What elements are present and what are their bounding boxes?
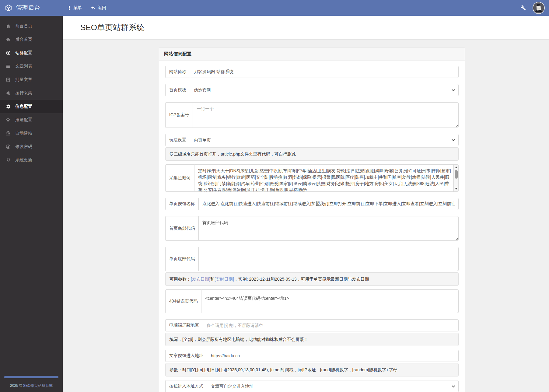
home-template-select[interactable]: 伪造官网 — [190, 84, 459, 96]
article-button-url-note: 参数：时间[Y],[m],[d],[H],[i],[s](2025,09,13,… — [165, 363, 459, 376]
field-label-home-footer-code: 首页底部代码 — [165, 216, 198, 241]
menu-toggle[interactable]: 菜单 — [67, 5, 82, 11]
scroll-down-icon[interactable] — [455, 188, 457, 190]
sidebar-item-change-password[interactable]: 修改密码 — [0, 140, 63, 153]
form-row-page-footer-code: 单页底部代码 可用参数：[发布日期]和[实时日期]，实例: 2023-12-11… — [165, 247, 459, 286]
sidebar-item-batch-articles[interactable]: 批量文章 — [0, 73, 63, 86]
form-row-pc-block-region: 电脑端屏蔽地区 填写：[全部]，则会屏蔽所有地区电脑端，此功能对蜘蛛和后台不会屏… — [165, 319, 459, 346]
field-label-play-mode: 玩法设置 — [165, 134, 190, 146]
user-avatar[interactable] — [533, 2, 545, 14]
error-404-textarea[interactable]: <center><h1>404错误页代码</center></h1> — [201, 289, 459, 313]
form-row-home-footer-code: 首页底部代码 首页底部代码 — [165, 216, 459, 241]
magnet-icon — [6, 158, 11, 163]
copyright: 2025 © SEO单页站群系统 — [0, 383, 63, 388]
button-url-mode-select[interactable]: 文章可自定义进入地址 — [207, 380, 459, 392]
pc-block-region-input[interactable] — [203, 319, 459, 331]
site-name-input[interactable] — [190, 66, 459, 78]
asterisk-icon — [6, 91, 11, 96]
play-mode-note: 泛二级域名只能首页打开，article.php文件夹里有代码，可自行删减 — [165, 147, 459, 161]
list-icon — [6, 64, 11, 69]
panel-title: 网站信息配置 — [164, 51, 191, 56]
book-icon — [6, 77, 11, 82]
scrollbar-thumb[interactable] — [455, 170, 458, 179]
site-info-panel: 网站信息配置 网站简称 首页模板 伪造官网 — [159, 47, 465, 392]
app-title: 管理后台 — [16, 4, 40, 12]
play-mode-select[interactable]: 内页单页 — [190, 134, 459, 146]
sidebar-scrollbar[interactable] — [4, 376, 58, 378]
wrench-icon[interactable] — [520, 5, 526, 11]
sidebar-item-system-update[interactable]: 系统更新 — [0, 153, 63, 167]
field-label-pc-block-region: 电脑端屏蔽地区 — [165, 319, 203, 331]
chrome-icon — [6, 51, 11, 55]
panel-header: 网站信息配置 — [159, 47, 465, 61]
home-icon — [6, 24, 11, 29]
block-words-textarea[interactable]: 定时炸弹|天天干|DNS|床垫|儿童|慈善|中职|机车|印刷|中学|酒店|卫生|… — [194, 164, 459, 192]
menu-icon — [67, 5, 71, 10]
form-row-site-name: 网站简称 — [165, 66, 459, 78]
page-footer-code-textarea[interactable] — [198, 247, 459, 271]
field-label-article-button-url: 文章按钮进入地址 — [165, 350, 207, 362]
textarea-scrollbar[interactable] — [453, 165, 458, 191]
form-row-home-template: 首页模板 伪造官网 — [165, 84, 459, 96]
form-row-error-404: 404错误页代码 <center><h1>404错误页代码</center></… — [165, 289, 459, 313]
sidebar-item-sitegroup-config[interactable]: 站群配置 — [0, 46, 63, 60]
sidebar: 前台首页 后台首页 站群配置 文章列表 批量文章 按行采集 信息配置 推送配置 — [0, 16, 63, 392]
field-label-button-names: 单页按钮名称 — [165, 198, 198, 210]
form-row-play-mode: 玩法设置 内页单页 泛二级域名只能首页打开，article.php文件夹里有代码… — [165, 134, 459, 161]
realtime-date-param-link[interactable]: [实时日期] — [215, 277, 234, 282]
field-label-site-name: 网站简称 — [165, 66, 190, 78]
gear-icon — [6, 104, 11, 109]
back-button[interactable]: 返回 — [90, 5, 106, 11]
page-header: SEO单页站群系统 — [63, 16, 549, 40]
paw-icon — [6, 117, 11, 122]
sidebar-item-push-config[interactable]: 推送配置 — [0, 113, 63, 127]
footer-brand-link[interactable]: SEO单页站群系统 — [23, 383, 52, 388]
brand[interactable]: 管理后台 — [0, 4, 63, 12]
form-row-block-words: 采集拦截词 定时炸弹|天天干|DNS|床垫|儿童|慈善|中职|机车|印刷|中学|… — [165, 164, 459, 192]
sidebar-item-front-home[interactable]: 前台首页 — [0, 19, 63, 33]
main-content: SEO单页站群系统 网站信息配置 网站简称 首页模板 伪造官网 — [63, 16, 549, 392]
top-header: 管理后台 菜单 返回 — [0, 0, 549, 16]
field-label-block-words: 采集拦截词 — [165, 164, 194, 192]
sidebar-item-admin-home[interactable]: 后台首页 — [0, 33, 63, 46]
user-circle-icon — [6, 144, 11, 149]
page-title: SEO单页站群系统 — [80, 22, 145, 33]
field-label-home-template: 首页模板 — [165, 84, 190, 96]
home-icon — [6, 37, 11, 42]
bank-icon — [6, 131, 11, 136]
form-row-button-names: 单页按钮名称 — [165, 198, 459, 210]
sidebar-item-info-config[interactable]: 信息配置 — [0, 100, 63, 113]
icp-textarea[interactable] — [193, 102, 459, 128]
scroll-up-icon[interactable] — [455, 166, 457, 168]
field-label-page-footer-code: 单页底部代码 — [165, 247, 198, 271]
page-footer-code-note: 可用参数：[发布日期]和[实时日期]，实例: 2023-12-11和2025-0… — [165, 272, 459, 286]
sidebar-item-auto-build[interactable]: 自动建站 — [0, 127, 63, 140]
sidebar-item-article-list[interactable]: 文章列表 — [0, 60, 63, 73]
publish-date-param-link[interactable]: [发布日期] — [191, 277, 210, 282]
button-names-input[interactable] — [198, 198, 459, 210]
form-row-icp: ICP备案号 — [165, 102, 459, 128]
form-row-button-url-mode: 按钮进入地址方式 文章可自定义进入地址 — [165, 380, 459, 392]
field-label-button-url-mode: 按钮进入地址方式 — [165, 380, 207, 392]
back-arrow-icon — [90, 5, 96, 10]
form-row-article-button-url: 文章按钮进入地址 参数：时间[Y],[m],[d],[H],[i],[s](20… — [165, 350, 459, 376]
field-label-error-404: 404错误页代码 — [165, 289, 201, 313]
home-footer-code-textarea[interactable]: 首页底部代码 — [198, 216, 459, 241]
field-label-icp: ICP备案号 — [165, 102, 193, 128]
sidebar-item-line-collect[interactable]: 按行采集 — [0, 86, 63, 100]
article-button-url-input[interactable] — [207, 350, 459, 362]
cube-logo-icon — [5, 4, 12, 12]
pc-block-region-note: 填写：[全部]，则会屏蔽所有地区电脑端，此功能对蜘蛛和后台不会屏蔽！ — [165, 333, 459, 346]
